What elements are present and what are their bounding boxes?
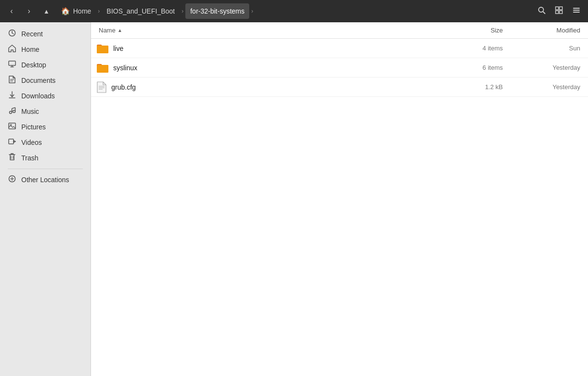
sidebar-item-home[interactable]: Home <box>0 42 90 57</box>
file-name: live <box>113 45 123 52</box>
folder-icon <box>97 63 108 73</box>
sidebar-label-pictures: Pictures <box>21 123 46 131</box>
sidebar-item-downloads[interactable]: Downloads <box>0 88 90 104</box>
sidebar-label-recent: Recent <box>21 30 43 38</box>
sidebar-item-trash[interactable]: Trash <box>0 150 90 166</box>
svg-marker-27 <box>14 141 15 142</box>
svg-line-11 <box>12 33 14 34</box>
breadcrumb-bios[interactable]: BIOS_and_UEFI_Boot <box>102 3 180 19</box>
documents-icon <box>8 76 16 85</box>
file-size-cell: 4 items <box>452 45 511 52</box>
breadcrumb-sep-2: › <box>181 8 184 15</box>
trash-icon <box>8 153 16 163</box>
svg-rect-26 <box>9 139 14 144</box>
col-modified-header[interactable]: Modified <box>511 27 588 34</box>
sidebar-label-other-locations: Other Locations <box>21 176 69 184</box>
recent-icon <box>8 29 16 39</box>
sidebar-item-videos[interactable]: Videos <box>0 135 90 150</box>
svg-rect-24 <box>9 123 15 129</box>
search-button[interactable] <box>534 3 549 19</box>
sidebar-item-other-locations[interactable]: Other Locations <box>0 172 90 188</box>
breadcrumb-sep-3: › <box>250 8 254 15</box>
table-row[interactable]: grub.cfg 1.2 kB Yesterday <box>91 78 588 97</box>
up-button[interactable]: ▲ <box>39 3 54 19</box>
col-size-header[interactable]: Size <box>452 27 511 34</box>
file-size-cell: 6 items <box>452 64 511 71</box>
sidebar-item-desktop[interactable]: Desktop <box>0 57 90 73</box>
breadcrumb-for32[interactable]: for-32-bit-systems <box>185 3 249 19</box>
view-icon <box>555 6 563 16</box>
table-row[interactable]: syslinux 6 items Yesterday <box>91 58 588 78</box>
file-list: live 4 items Sun <box>91 39 588 376</box>
sidebar-label-videos: Videos <box>21 139 42 146</box>
other-locations-icon <box>8 175 16 185</box>
pictures-icon <box>8 122 16 132</box>
sidebar-label-desktop: Desktop <box>21 61 46 69</box>
file-modified-cell: Yesterday <box>511 83 588 91</box>
svg-rect-12 <box>9 61 15 65</box>
music-icon <box>8 107 16 116</box>
col-name-header[interactable]: Name ▲ <box>91 22 452 38</box>
home-sidebar-icon <box>8 45 16 54</box>
svg-line-1 <box>543 12 545 14</box>
menu-button[interactable] <box>569 3 584 19</box>
file-size-cell: 1.2 kB <box>452 83 511 91</box>
svg-rect-4 <box>556 11 558 14</box>
main-layout: Recent Home Desktop <box>0 22 588 376</box>
svg-line-23 <box>12 108 15 109</box>
view-toggle-button[interactable] <box>551 3 567 19</box>
sidebar-label-documents: Documents <box>21 77 56 84</box>
breadcrumb-sep-1: › <box>97 8 101 15</box>
sidebar-item-music[interactable]: Music <box>0 104 90 119</box>
sidebar-label-downloads: Downloads <box>21 92 55 100</box>
sidebar-label-music: Music <box>21 108 39 115</box>
sidebar-label-home: Home <box>21 46 39 53</box>
toolbar-actions <box>534 3 584 19</box>
sort-arrow: ▲ <box>118 28 122 33</box>
file-name-cell: live <box>91 44 452 53</box>
column-headers: Name ▲ Size Modified <box>91 22 588 39</box>
breadcrumb-home[interactable]: 🏠 Home <box>56 3 96 19</box>
table-row[interactable]: live 4 items Sun <box>91 39 588 58</box>
file-pane: Name ▲ Size Modified <box>91 22 588 376</box>
sidebar-item-pictures[interactable]: Pictures <box>0 119 90 135</box>
file-modified-cell: Sun <box>511 45 588 52</box>
downloads-icon <box>8 91 16 101</box>
toolbar: ‹ › ▲ 🏠 Home › BIOS_and_UEFI_Boot › for-… <box>0 0 588 22</box>
svg-rect-2 <box>556 7 558 10</box>
sidebar-divider <box>8 169 83 169</box>
folder-icon <box>97 44 108 53</box>
svg-rect-5 <box>559 11 562 14</box>
back-button[interactable]: ‹ <box>4 3 19 19</box>
file-name-cell: syslinux <box>91 63 452 73</box>
home-icon: 🏠 <box>61 7 70 16</box>
videos-icon <box>8 138 16 147</box>
file-name: syslinux <box>113 64 137 72</box>
text-file-icon <box>97 81 106 93</box>
search-icon <box>538 6 545 16</box>
svg-rect-3 <box>559 7 562 10</box>
sidebar-item-documents[interactable]: Documents <box>0 73 90 88</box>
forward-button[interactable]: › <box>21 3 37 19</box>
desktop-icon <box>8 60 16 70</box>
breadcrumb: 🏠 Home › BIOS_and_UEFI_Boot › for-32-bit… <box>56 3 532 19</box>
sidebar-item-recent[interactable]: Recent <box>0 26 90 42</box>
sidebar-label-trash: Trash <box>21 154 38 162</box>
sidebar: Recent Home Desktop <box>0 22 91 376</box>
hamburger-icon <box>573 6 580 16</box>
file-name-cell: grub.cfg <box>91 81 452 93</box>
file-modified-cell: Yesterday <box>511 64 588 71</box>
file-name: grub.cfg <box>111 83 136 91</box>
